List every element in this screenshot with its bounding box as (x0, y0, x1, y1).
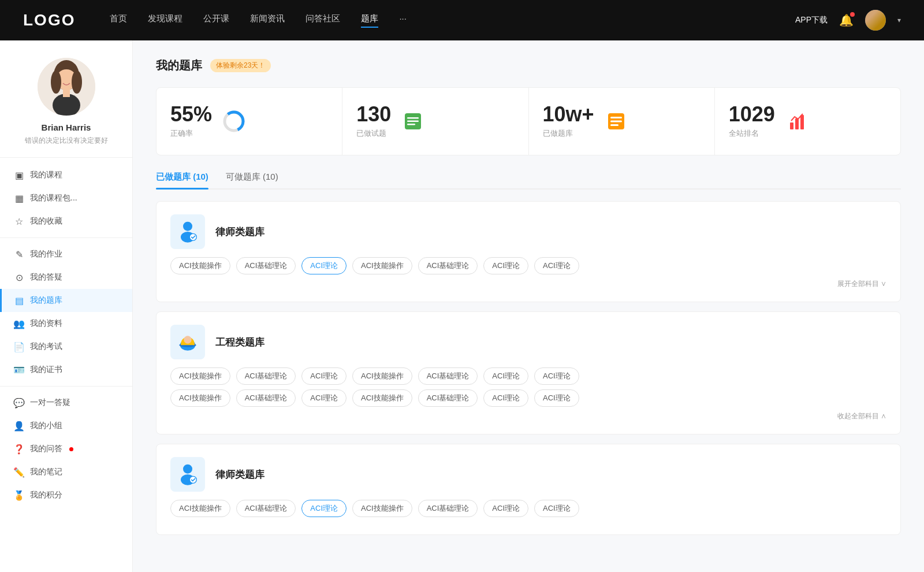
sidebar-divider-1 (0, 237, 132, 238)
tag-1-5[interactable]: ACI理论 (483, 257, 528, 274)
sidebar-item-collection-label: 我的收藏 (30, 216, 62, 226)
sidebar-item-course-pack[interactable]: ▦ 我的课程包... (0, 187, 132, 210)
profile-section: Brian Harris 错误的决定比没有决定要好 (0, 58, 132, 158)
tag-2b-0[interactable]: ACI技能操作 (170, 389, 230, 407)
sidebar-item-profile-data[interactable]: 👥 我的资料 (0, 312, 132, 335)
svg-rect-15 (610, 121, 622, 122)
sidebar-item-course[interactable]: ▣ 我的课程 (0, 164, 132, 187)
profile-name: Brian Harris (42, 122, 91, 132)
nav-item-qa[interactable]: 问答社区 (305, 13, 340, 28)
tag-2b-5[interactable]: ACI理论 (483, 389, 528, 407)
lawyer-icon (176, 220, 199, 243)
correct-rate-icon (221, 109, 247, 134)
avatar[interactable] (865, 10, 886, 31)
tab-done[interactable]: 已做题库 (10) (156, 172, 208, 188)
sidebar-item-homework[interactable]: ✎ 我的作业 (0, 243, 132, 266)
tab-todo[interactable]: 可做题库 (10) (226, 172, 278, 188)
tag-1-0[interactable]: ACI技能操作 (170, 257, 230, 274)
tag-3-4[interactable]: ACI基础理论 (418, 500, 478, 517)
tag-3-1[interactable]: ACI基础理论 (236, 500, 296, 517)
page-header: 我的题库 体验剩余23天！ (156, 58, 901, 73)
stat-done-banks: 10w+ 已做题库 (529, 88, 715, 155)
tabs-row: 已做题库 (10) 可做题库 (10) (156, 172, 901, 190)
tag-2-3[interactable]: ACI技能操作 (352, 367, 412, 385)
nav-item-qbank[interactable]: 题库 (361, 13, 378, 28)
logo[interactable]: LOGO (23, 11, 75, 29)
sidebar-item-points[interactable]: 🏅 我的积分 (0, 484, 132, 507)
sidebar: Brian Harris 错误的决定比没有决定要好 ▣ 我的课程 ▦ 我的课程包… (0, 40, 133, 572)
expand-link-1[interactable]: 展开全部科目 ∨ (170, 279, 886, 289)
collapse-link-2[interactable]: 收起全部科目 ∧ (170, 411, 886, 421)
navbar-menu: 首页 发现课程 公开课 新闻资讯 问答社区 题库 ··· (110, 13, 795, 28)
tag-2-2[interactable]: ACI理论 (301, 367, 346, 385)
lawyer-icon-2 (176, 463, 199, 486)
tag-2-1[interactable]: ACI基础理论 (236, 367, 296, 385)
nav-item-open[interactable]: 公开课 (203, 13, 229, 28)
stat-correct-rate: 55% 正确率 (157, 88, 342, 155)
tag-3-2[interactable]: ACI理论 (301, 500, 346, 517)
tag-2-6[interactable]: ACI理论 (534, 367, 579, 385)
tag-3-6[interactable]: ACI理论 (534, 500, 579, 517)
tag-2-0[interactable]: ACI技能操作 (170, 367, 230, 385)
tag-1-3[interactable]: ACI技能操作 (352, 257, 412, 274)
nav-item-more[interactable]: ··· (399, 13, 407, 28)
main-content: 我的题库 体验剩余23天！ 55% 正确率 (133, 40, 924, 572)
bell-dot (850, 12, 855, 17)
app-download-button[interactable]: APP下载 (795, 15, 828, 25)
done-banks-icon (603, 109, 629, 134)
sidebar-item-exam[interactable]: 📄 我的考试 (0, 335, 132, 358)
sidebar-item-collection[interactable]: ☆ 我的收藏 (0, 210, 132, 233)
sidebar-item-notes-label: 我的笔记 (30, 467, 62, 477)
person-group-icon: 👥 (14, 318, 24, 329)
bar-icon: ▦ (14, 193, 24, 203)
tag-3-0[interactable]: ACI技能操作 (170, 500, 230, 517)
tag-1-4[interactable]: ACI基础理论 (418, 257, 478, 274)
engineer-icon (176, 330, 199, 354)
category-header-3: 律师类题库 (170, 457, 886, 492)
category-title-2: 工程类题库 (215, 336, 264, 349)
sidebar-item-one-on-one[interactable]: 💬 一对一答疑 (0, 391, 132, 414)
tag-2-5[interactable]: ACI理论 (483, 367, 528, 385)
sidebar-item-qa[interactable]: ⊙ 我的答疑 (0, 266, 132, 289)
tag-1-1[interactable]: ACI基础理论 (236, 257, 296, 274)
stat-ranking-text: 1029 全站排名 (729, 104, 775, 139)
tag-1-2[interactable]: ACI理论 (301, 257, 346, 274)
page-title: 我的题库 (156, 58, 202, 73)
tag-1-6[interactable]: ACI理论 (534, 257, 579, 274)
tag-2b-1[interactable]: ACI基础理论 (236, 389, 296, 407)
avatar-chevron-icon[interactable]: ▾ (897, 16, 901, 24)
sidebar-item-certificate-label: 我的证书 (30, 365, 62, 375)
stats-row: 55% 正确率 130 已做试题 (156, 87, 901, 155)
stat-correct-rate-text: 55% 正确率 (170, 104, 212, 139)
sidebar-item-my-qa[interactable]: ❓ 我的问答 (0, 437, 132, 460)
nav-item-discover[interactable]: 发现课程 (148, 13, 182, 28)
navbar-right: APP下载 🔔 ▾ (795, 10, 901, 31)
nav-item-home[interactable]: 首页 (110, 13, 127, 28)
sidebar-item-homework-label: 我的作业 (30, 249, 62, 259)
question2-icon: ❓ (14, 444, 24, 454)
sidebar-item-qbank[interactable]: ▤ 我的题库 (0, 289, 132, 312)
tag-2-4[interactable]: ACI基础理论 (418, 367, 478, 385)
sidebar-item-course-label: 我的课程 (30, 170, 62, 180)
sidebar-item-certificate[interactable]: 🪪 我的证书 (0, 358, 132, 381)
certificate-icon: 🪪 (14, 365, 24, 375)
tag-2b-4[interactable]: ACI基础理论 (418, 389, 478, 407)
svg-rect-12 (407, 124, 415, 125)
svg-rect-17 (790, 122, 793, 129)
tag-3-5[interactable]: ACI理论 (483, 500, 528, 517)
notification-bell[interactable]: 🔔 (839, 13, 854, 27)
stat-done-questions-label: 已做试题 (356, 128, 391, 139)
nav-item-news[interactable]: 新闻资讯 (250, 13, 285, 28)
sidebar-item-group-label: 我的小组 (30, 421, 62, 431)
tag-3-3[interactable]: ACI技能操作 (352, 500, 412, 517)
ranking-icon (784, 109, 810, 134)
tag-2b-2[interactable]: ACI理论 (301, 389, 346, 407)
svg-point-28 (189, 476, 196, 483)
sidebar-item-group[interactable]: 👤 我的小组 (0, 414, 132, 437)
grid-icon: ▤ (14, 295, 24, 306)
sidebar-item-exam-label: 我的考试 (30, 341, 62, 352)
sidebar-item-notes[interactable]: ✏️ 我的笔记 (0, 460, 132, 484)
svg-rect-16 (610, 124, 619, 126)
tag-2b-3[interactable]: ACI技能操作 (352, 389, 412, 407)
tag-2b-6[interactable]: ACI理论 (534, 389, 579, 407)
